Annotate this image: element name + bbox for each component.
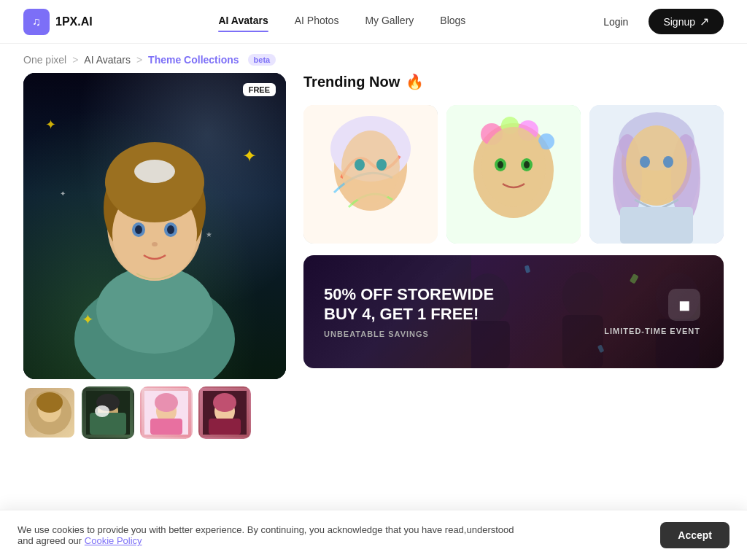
fire-icon: 🔥 [406,73,424,90]
breadcrumb-section[interactable]: AI Avatars [84,54,131,66]
svg-point-9 [135,225,142,234]
nav-links: AI Avatars AI Photos My Gallery Blogs [218,15,465,29]
logo-text: 1PX.AI [55,15,93,28]
nav-link-my-gallery[interactable]: My Gallery [365,15,414,29]
svg-point-11 [152,242,158,246]
svg-point-43 [481,127,546,207]
promo-logo-box: ◼ [668,289,700,321]
svg-text:★: ★ [206,230,212,238]
promo-right: ◼ LIMITED-TIME EVENT [604,289,700,335]
cookie-text: We use cookies to provide you with bette… [18,524,528,546]
promo-event: LIMITED-TIME EVENT [604,327,700,335]
breadcrumb: One pixel > AI Avatars > Theme Collectio… [0,44,747,73]
svg-point-10 [167,225,174,234]
promo-content: 50% OFF STOREWIDE BUY 4, GET 1 FREE! UNB… [303,268,514,356]
navbar: ♫ 1PX.AI AI Avatars AI Photos My Gallery… [0,0,747,44]
cookie-policy-link[interactable]: Cookie Policy [85,535,142,546]
hero-placeholder: ✦ ✦ ✦ [23,73,286,379]
thumb-4[interactable] [198,386,251,439]
trending-card-2[interactable] [446,105,581,244]
logo-icon: ♫ [23,9,50,35]
promo-sub: UNBEATABLE SAVINGS [324,330,494,338]
left-panel: ✦ ✦ ✦ [23,73,286,554]
nav-link-ai-avatars[interactable]: AI Avatars [218,15,268,29]
svg-point-17 [36,392,63,413]
accept-button[interactable]: Accept [660,522,729,548]
hero-image[interactable]: ✦ ✦ ✦ [23,73,286,379]
trending-grid [303,105,724,244]
svg-point-35 [355,159,365,171]
breadcrumb-sep-1: > [72,54,78,66]
svg-point-36 [376,159,387,171]
breadcrumb-sep-2: > [136,54,142,66]
svg-text:✦: ✦ [82,311,94,327]
beta-badge: beta [248,54,276,66]
nav-actions: Login Signup ↗ [592,9,724,34]
avatar-svg: ✦ ★ [53,91,257,379]
svg-point-55 [640,156,650,168]
promo-banner[interactable]: 50% OFF STOREWIDE BUY 4, GET 1 FREE! UNB… [303,255,724,368]
svg-point-25 [155,393,178,412]
signup-button[interactable]: Signup ↗ [649,9,724,34]
signup-arrow-icon: ↗ [700,15,709,28]
nav-link-blogs[interactable]: Blogs [440,15,465,29]
promo-line1: 50% OFF STOREWIDE BUY 4, GET 1 FREE! [324,285,494,324]
main-content: ✦ ✦ ✦ [0,73,747,554]
thumb-1-img [28,391,71,435]
free-badge: FREE [243,83,276,96]
thumb-3[interactable] [140,386,193,439]
svg-rect-57 [620,207,693,244]
trending-img-2 [446,105,581,244]
login-button[interactable]: Login [592,10,640,34]
trending-header: Trending Now 🔥 [303,73,724,90]
nav-link-ai-photos[interactable]: AI Photos [295,15,339,29]
breadcrumb-page[interactable]: Theme Collections [148,54,239,66]
thumb-2[interactable] [82,386,134,439]
svg-rect-21 [90,413,126,435]
breadcrumb-home[interactable]: One pixel [23,54,66,66]
trending-img-3 [589,105,724,244]
thumb-3-img [144,391,188,435]
trending-img-1 [303,105,438,244]
svg-point-22 [95,405,109,417]
svg-point-46 [498,161,503,168]
cookie-banner: We use cookies to provide you with bette… [0,510,747,560]
svg-point-47 [524,161,530,168]
svg-point-29 [213,393,236,412]
svg-rect-26 [150,419,182,435]
svg-rect-62 [562,315,603,368]
trending-card-1[interactable] [303,105,438,244]
thumb-4-img [203,391,247,435]
right-panel: Trending Now 🔥 [303,73,724,554]
svg-point-34 [341,131,400,203]
svg-point-56 [663,156,673,168]
svg-point-61 [562,272,603,319]
trending-card-3[interactable] [589,105,724,244]
thumb-1[interactable] [23,386,76,439]
trending-title: Trending Now [303,74,400,90]
svg-point-12 [134,160,175,183]
svg-point-54 [626,125,687,201]
svg-rect-30 [209,419,241,435]
thumbnail-strip [23,386,286,439]
logo[interactable]: ♫ 1PX.AI [23,9,93,35]
thumb-2-img [86,391,130,435]
